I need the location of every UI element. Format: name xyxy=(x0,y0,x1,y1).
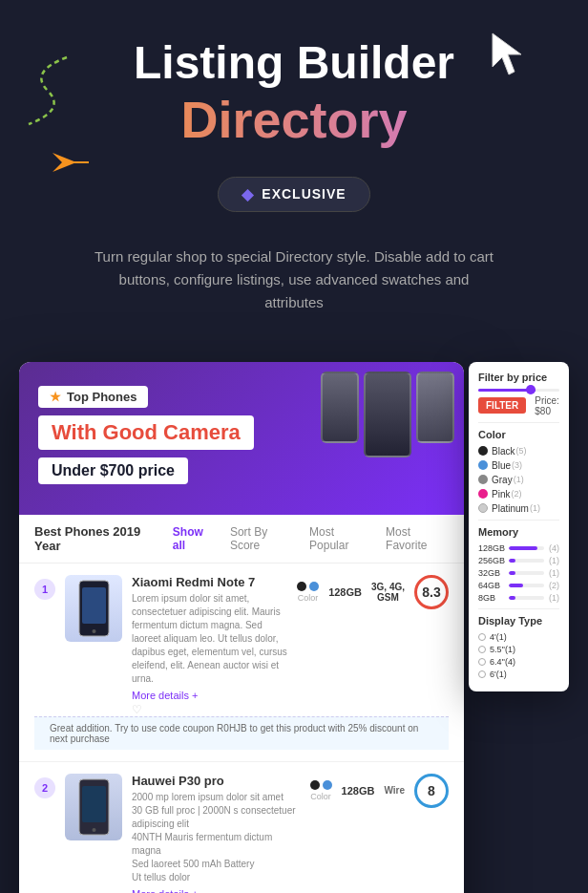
display-4inch[interactable]: 4'(1) xyxy=(478,632,559,642)
display-section-title: Display Type xyxy=(478,615,559,627)
svg-marker-2 xyxy=(493,33,521,74)
more-details-2[interactable]: More details + xyxy=(132,888,301,893)
item-info-1: Xiaomi Redmi Note 7 Lorem ipsum dolor si… xyxy=(132,575,287,716)
item-title-2: Hauwei P30 pro xyxy=(132,774,301,788)
color-count-pink: (2) xyxy=(511,489,521,499)
item-img-1 xyxy=(65,575,122,642)
product-item-2: 2 Hauwei P30 pro 2000 mp lorem ipsum dol… xyxy=(19,762,464,893)
phone-thumb-3 xyxy=(416,372,454,443)
color-count-gray: (1) xyxy=(514,475,524,484)
memory-32gb[interactable]: 32GB (1) xyxy=(478,568,559,578)
price-range-thumb[interactable] xyxy=(526,385,536,394)
price-value: Price: $80 xyxy=(535,395,559,416)
sort-by-score[interactable]: Sort By Score xyxy=(230,525,294,552)
svg-point-5 xyxy=(92,629,95,633)
listing-card: ★ Top Phones With Good Camera Under $700… xyxy=(19,362,464,893)
item-desc-2: 2000 mp lorem ipsum dolor sit amet30 GB … xyxy=(132,791,301,884)
diamond-icon: ◆ xyxy=(242,185,254,203)
color-filter-black[interactable]: Black (5) xyxy=(478,446,559,457)
item-specs-1: Color 128GB 3G, 4G,GSM 8.3 xyxy=(297,575,449,609)
phone-thumb-1 xyxy=(321,372,359,443)
divider-2 xyxy=(478,520,559,521)
badge-label: EXCLUSIVE xyxy=(262,186,346,202)
color-dot-black-1 xyxy=(297,582,306,591)
storage-spec-1: 128GB xyxy=(328,586,362,598)
item-desc-1: Lorem ipsum dolor sit amet, consectetuer… xyxy=(132,592,287,686)
phone-thumb-2 xyxy=(364,372,411,457)
memory-256gb[interactable]: 256GB (1) xyxy=(478,556,559,565)
price-range-slider[interactable] xyxy=(478,389,559,392)
color-swatch-platinum xyxy=(478,503,488,513)
color-swatch-gray xyxy=(478,475,488,484)
connectivity-spec-1: 3G, 4G,GSM xyxy=(371,582,405,603)
color-dot-black-2 xyxy=(310,780,320,790)
color-filter-blue[interactable]: Blue (3) xyxy=(478,460,559,471)
hero-title-line1: Listing Builder xyxy=(29,38,559,89)
item-num-2: 2 xyxy=(34,777,55,798)
color-swatches-1: Color xyxy=(297,582,319,603)
radio-55inch xyxy=(478,646,486,653)
heart-1[interactable]: ♡ xyxy=(132,703,287,716)
sort-bar-title: Best Phones 2019 Year xyxy=(34,524,158,553)
svg-rect-4 xyxy=(82,587,106,624)
hero-description: Turn regular shop to special Directory s… xyxy=(94,245,494,314)
memory-64gb[interactable]: 64GB (2) xyxy=(478,581,559,590)
card-banner: ★ Top Phones With Good Camera Under $700… xyxy=(19,362,464,515)
display-64inch[interactable]: 6.4''(4) xyxy=(478,657,559,667)
filter-button[interactable]: FILTER xyxy=(478,397,526,414)
divider-3 xyxy=(478,608,559,609)
svg-rect-7 xyxy=(82,786,106,822)
color-label-black: Black xyxy=(492,446,514,457)
hero-section: Listing Builder Directory ◆ EXCLUSIVE Tu… xyxy=(0,0,588,362)
sort-most-favorite[interactable]: Most Favorite xyxy=(386,525,449,552)
item-info-2: Hauwei P30 pro 2000 mp lorem ipsum dolor… xyxy=(132,774,301,893)
color-swatch-black xyxy=(478,446,488,456)
banner-tag: ★ Top Phones xyxy=(38,386,148,408)
more-details-1[interactable]: More details + xyxy=(132,690,287,701)
storage-val-2: 128GB xyxy=(342,785,375,797)
star-icon: ★ xyxy=(50,390,61,404)
memory-8gb[interactable]: 8GB (1) xyxy=(478,593,559,603)
display-6inch[interactable]: 6'(1) xyxy=(478,670,559,679)
coupon-bar-1: Great addition. Try to use code coupon R… xyxy=(34,716,449,750)
wire-badge-2: Wire xyxy=(384,785,405,796)
sort-bar: Best Phones 2019 Year Show all Sort By S… xyxy=(19,515,464,563)
score-circle-2: 8 xyxy=(414,774,449,808)
hero-title-line2: Directory xyxy=(29,89,559,151)
color-filter-pink[interactable]: Pink (2) xyxy=(478,489,559,500)
color-label-gray: Gray xyxy=(492,475,513,485)
color-filter-gray[interactable]: Gray (1) xyxy=(478,475,559,485)
color-count-blue: (3) xyxy=(512,460,522,470)
color-label-2: Color xyxy=(310,792,332,801)
banner-phones xyxy=(321,372,454,457)
filter-by-price-title: Filter by price xyxy=(478,372,559,383)
color-filter-platinum[interactable]: Platinum (1) xyxy=(478,503,559,514)
banner-sub-text: Under $700 price xyxy=(38,457,188,484)
divider-1 xyxy=(478,422,559,423)
connectivity-val-1: 3G, 4G,GSM xyxy=(371,582,405,603)
filter-panel: Filter by price FILTER Price: $80 Color … xyxy=(469,362,569,691)
storage-spec-2: 128GB xyxy=(342,785,375,797)
sort-show-all[interactable]: Show all xyxy=(173,525,215,552)
banner-main-text: With Good Camera xyxy=(38,415,254,450)
item-title-1: Xiaomi Redmi Note 7 xyxy=(132,575,287,589)
color-label-blue: Blue xyxy=(492,460,511,471)
radio-6inch xyxy=(478,670,486,678)
sort-most-popular[interactable]: Most Popular xyxy=(309,525,370,552)
svg-point-8 xyxy=(92,828,95,832)
memory-128gb[interactable]: 128GB (4) xyxy=(478,543,559,553)
score-circle-1: 8.3 xyxy=(414,575,449,609)
color-dot-blue-2 xyxy=(323,780,332,790)
item-specs-2: Color 128GB Wire 8 xyxy=(310,774,449,808)
banner-tag-text: Top Phones xyxy=(67,390,136,404)
color-count-platinum: (1) xyxy=(530,503,540,513)
storage-val-1: 128GB xyxy=(328,586,362,598)
color-label-platinum: Platinum xyxy=(492,503,529,514)
display-55inch[interactable]: 5.5''(1) xyxy=(478,645,559,654)
color-dot-blue-1 xyxy=(309,582,319,591)
arrow-decoration xyxy=(52,148,91,177)
radio-4inch xyxy=(478,633,486,641)
color-swatch-pink xyxy=(478,489,488,499)
memory-section-title: Memory xyxy=(478,526,559,538)
exclusive-badge: ◆ EXCLUSIVE xyxy=(218,177,369,212)
